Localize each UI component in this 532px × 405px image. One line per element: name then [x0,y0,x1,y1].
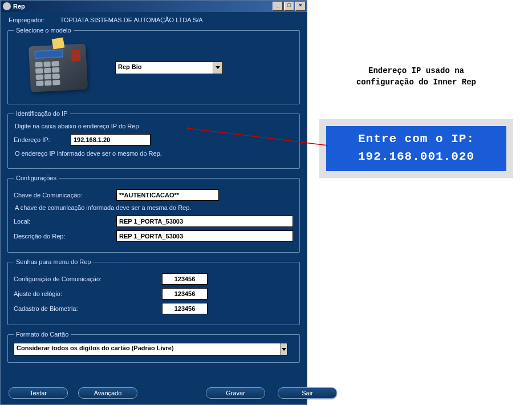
device-image [18,40,98,95]
card-legend: Formato do Cartão [14,331,71,338]
card-fieldset: Formato do Cartão Considerar todos os dí… [7,331,300,363]
annotation-text-line1: Endereço IP usado na [368,66,464,75]
chevron-down-icon [216,66,220,69]
pw-comm-label: Configuração de Comunicação: [14,276,162,282]
close-button[interactable]: × [295,2,306,11]
employer-label: Empregador: [9,17,45,23]
lcd-line1: Entre com o IP: [358,132,474,145]
model-select-value: Rep Bio [116,62,213,74]
pw-clock-label: Ajuste do relógio: [14,290,162,297]
passwords-fieldset: Senhas para menu do Rep Configuração de … [7,258,300,325]
ip-fieldset: Identificação do IP Digite na caixa abai… [7,110,300,169]
pw-bio-label: Cadastro de Biometria: [14,305,162,312]
comm-key-input[interactable] [116,189,219,201]
ip-label: Endereço IP: [14,136,71,143]
rep-config-window: Rep _ □ × Empregador: TOPDATA SISTEMAS D… [0,0,307,405]
model-select-chevron[interactable] [213,62,222,74]
desc-label: Descrição do Rep: [14,233,116,240]
chevron-down-icon [282,348,286,351]
model-fieldset: Selecione o modelo [7,27,300,104]
exit-button[interactable]: Sair [278,387,337,399]
app-icon [3,2,11,10]
employer-row: Empregador: TOPDATA SISTEMAS DE AUTOMAÇÃ… [9,17,300,23]
titlebar[interactable]: Rep _ □ × [1,1,307,12]
employer-value: TOPDATA SISTEMAS DE AUTOMAÇÃO LTDA S/A [60,17,202,23]
lcd-frame: Entre com o IP: 192.168.001.020 [319,119,513,178]
config-legend: Configurações [14,175,59,181]
maximize-button[interactable]: □ [284,2,294,11]
comm-key-label: Chave de Comunicação: [14,192,116,199]
model-select[interactable]: Rep Bio [115,62,223,74]
button-bar: Testar Avançado Gravar Sair [1,387,307,399]
window-title: Rep [13,3,25,10]
model-legend: Selecione o modelo [14,27,74,34]
ip-legend: Identificação do IP [14,110,70,117]
comm-key-hint: A chave de comunicação informada deve se… [15,204,294,211]
ip-hint-top: Digite na caixa abaixo o endereço IP do … [15,123,294,129]
ip-input[interactable] [71,134,151,145]
card-format-value: Considerar todos os dígitos do cartão (P… [14,343,280,355]
passwords-legend: Senhas para menu do Rep [14,258,93,265]
desc-input[interactable] [116,230,293,242]
pw-comm-input[interactable] [162,273,208,285]
card-format-select[interactable]: Considerar todos os dígitos do cartão (P… [14,343,287,355]
config-fieldset: Configurações Chave de Comunicação: A ch… [7,175,300,253]
pw-bio-input[interactable] [162,303,208,314]
save-button[interactable]: Gravar [206,387,265,399]
advanced-button[interactable]: Avançado [78,387,137,399]
local-input[interactable] [116,216,293,227]
annotation-text: Endereço IP usado na configuração do Inn… [319,66,513,88]
test-button[interactable]: Testar [9,387,68,399]
lcd-line2: 192.168.001.020 [358,150,474,163]
annotation-text-line2: configuração do Inner Rep [356,78,476,87]
pw-clock-input[interactable] [162,288,208,299]
minimize-button[interactable]: _ [273,2,283,11]
lcd-display: Entre com o IP: 192.168.001.020 [326,126,506,171]
annotation-panel: Endereço IP usado na configuração do Inn… [319,66,513,178]
local-label: Local: [14,218,116,225]
ip-hint-bottom: O endereço IP informado deve ser o mesmo… [15,150,294,157]
card-format-chevron[interactable] [280,343,287,355]
